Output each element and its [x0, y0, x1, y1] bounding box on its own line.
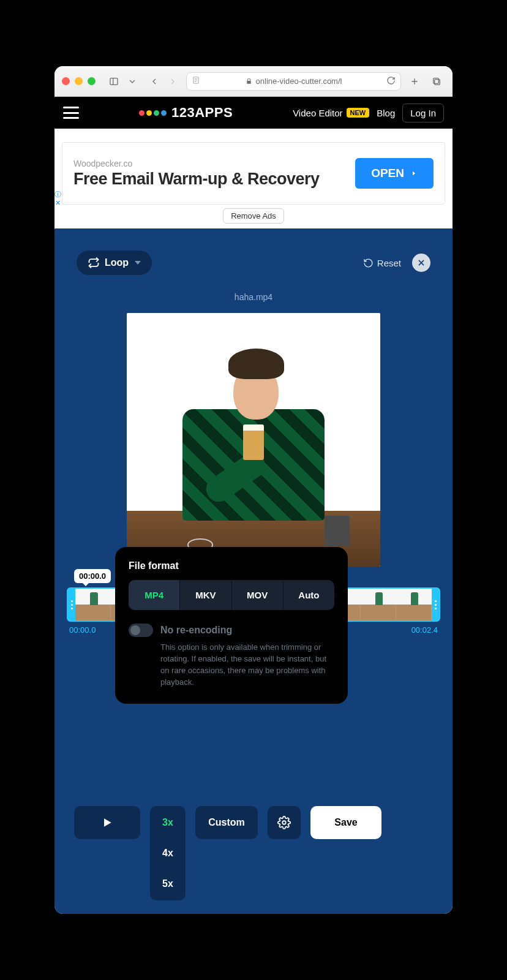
format-option-mkv[interactable]: MKV	[180, 580, 231, 610]
editor-area: Loop Reset haha.mp4 00:00.0	[54, 228, 453, 914]
forward-icon[interactable]	[164, 73, 181, 90]
ad-cta-button[interactable]: OPEN	[355, 158, 434, 189]
brand-logo[interactable]: 123APPS	[86, 105, 285, 121]
window-controls	[62, 77, 96, 85]
video-preview[interactable]	[127, 313, 380, 567]
safari-toolbar: online-video-cutter.com/l	[54, 66, 453, 97]
no-reencoding-toggle[interactable]	[129, 624, 153, 637]
format-segmented-control: MP4 MKV MOV Auto	[129, 580, 334, 610]
close-icon	[417, 258, 426, 267]
address-bar[interactable]: online-video-cutter.com/l	[186, 72, 401, 91]
new-badge: NEW	[347, 108, 370, 118]
remove-ads-button[interactable]: Remove Ads	[223, 208, 284, 224]
bottom-controls: 3x 4x 5x Custom Save	[54, 806, 453, 900]
app-navbar: 123APPS Video Editor NEW Blog Log In	[54, 97, 453, 129]
filename-label: haha.mp4	[63, 292, 444, 302]
adchoices-icon[interactable]: ⓘ✕	[54, 190, 61, 206]
ad-banner[interactable]: ⓘ✕ Woodpecker.co Free Email Warm-up & Re…	[62, 142, 445, 205]
trim-handle-end[interactable]	[432, 589, 439, 620]
loop-dropdown[interactable]: Loop	[77, 251, 152, 275]
svg-rect-8	[435, 79, 440, 85]
nav-blog[interactable]: Blog	[377, 108, 395, 118]
speed-selector[interactable]: 3x 4x 5x	[150, 806, 186, 900]
gear-icon	[277, 816, 291, 829]
sidebar-icon[interactable]	[105, 73, 122, 90]
format-option-mp4[interactable]: MP4	[129, 580, 180, 610]
save-button[interactable]: Save	[310, 806, 381, 839]
speed-option-4x[interactable]: 4x	[162, 848, 173, 859]
file-format-popover: File format MP4 MKV MOV Auto No re-encod…	[115, 547, 348, 704]
nav-video-editor[interactable]: Video Editor NEW	[293, 108, 369, 118]
timecode-end: 00:02.4	[411, 625, 438, 635]
close-button[interactable]	[412, 254, 430, 272]
reset-button[interactable]: Reset	[363, 258, 401, 268]
settings-button[interactable]	[268, 806, 301, 839]
speed-option-5x[interactable]: 5x	[162, 878, 173, 889]
ad-advertiser: Woodpecker.co	[73, 159, 320, 168]
no-reencoding-label: No re-encoding	[160, 625, 232, 636]
svg-rect-0	[110, 78, 118, 85]
brand-dots-icon	[139, 110, 167, 116]
back-icon[interactable]	[146, 73, 163, 90]
trim-handle-start[interactable]	[68, 589, 75, 620]
ad-headline: Free Email Warm-up & Recovery	[73, 170, 320, 189]
tab-group-chevron-icon[interactable]	[124, 73, 141, 90]
popover-title: File format	[129, 560, 334, 571]
ad-zone: ⓘ✕ Woodpecker.co Free Email Warm-up & Re…	[54, 129, 453, 228]
login-button[interactable]: Log In	[402, 104, 444, 123]
svg-rect-9	[434, 78, 439, 83]
video-content	[127, 313, 380, 567]
reader-mode-icon[interactable]	[192, 76, 200, 86]
new-tab-icon[interactable]	[406, 73, 423, 90]
brand-text: 123APPS	[171, 105, 233, 121]
loop-icon	[88, 257, 100, 269]
browser-window: online-video-cutter.com/l 123APPS Video …	[54, 66, 453, 914]
play-icon	[101, 816, 113, 829]
svg-point-12	[282, 821, 286, 824]
lock-icon	[246, 78, 252, 85]
custom-button[interactable]: Custom	[195, 806, 258, 839]
speed-option-3x[interactable]: 3x	[162, 817, 173, 828]
minimize-window-icon[interactable]	[75, 77, 83, 85]
undo-icon	[363, 258, 374, 268]
url-text: online-video-cutter.com/l	[256, 77, 342, 86]
hamburger-icon[interactable]	[63, 107, 79, 119]
format-option-mov[interactable]: MOV	[232, 580, 284, 610]
play-button[interactable]	[74, 806, 140, 839]
no-reencoding-description: This option is only available when trimm…	[160, 642, 334, 688]
timecode-start: 00:00.0	[69, 625, 96, 635]
close-window-icon[interactable]	[62, 77, 70, 85]
playhead-tooltip: 00:00.0	[74, 569, 111, 583]
reload-icon[interactable]	[386, 76, 396, 87]
fullscreen-window-icon[interactable]	[88, 77, 96, 85]
chevron-down-icon	[135, 261, 141, 265]
format-option-auto[interactable]: Auto	[284, 580, 334, 610]
tabs-overview-icon[interactable]	[428, 73, 445, 90]
